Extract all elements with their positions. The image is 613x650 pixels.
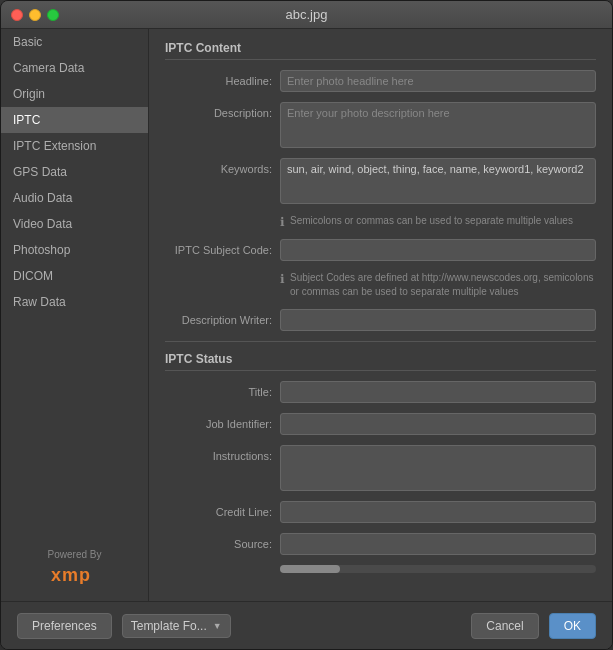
description-writer-row: Description Writer: [165, 309, 596, 331]
sidebar-item-basic[interactable]: Basic [1, 29, 148, 55]
source-row: Source: [165, 533, 596, 555]
source-input[interactable] [280, 533, 596, 555]
sidebar-item-camera-data[interactable]: Camera Data [1, 55, 148, 81]
subject-code-row: IPTC Subject Code: [165, 239, 596, 261]
credit-line-row: Credit Line: [165, 501, 596, 523]
instructions-label: Instructions: [165, 445, 280, 462]
scroll-thumb [280, 565, 340, 573]
sidebar-footer: Powered By xmp [1, 537, 148, 601]
source-label: Source: [165, 533, 280, 550]
instructions-row: Instructions: [165, 445, 596, 491]
title-input[interactable] [280, 381, 596, 403]
description-input[interactable] [280, 102, 596, 148]
ok-button[interactable]: OK [549, 613, 596, 639]
main-layout: Basic Camera Data Origin IPTC IPTC Exten… [1, 29, 612, 601]
sidebar-item-iptc[interactable]: IPTC [1, 107, 148, 133]
content-area: IPTC Content Headline: Description: Keyw… [149, 29, 612, 601]
section-divider [165, 341, 596, 342]
sidebar-item-raw-data[interactable]: Raw Data [1, 289, 148, 315]
headline-label: Headline: [165, 70, 280, 87]
main-window: abc.jpg Basic Camera Data Origin IPTC IP… [0, 0, 613, 650]
xmp-logo: xmp [51, 564, 99, 589]
description-label: Description: [165, 102, 280, 119]
traffic-lights [11, 9, 59, 21]
credit-line-label: Credit Line: [165, 501, 280, 518]
keywords-info-text: Semicolons or commas can be used to sepa… [290, 214, 573, 228]
sidebar-item-gps-data[interactable]: GPS Data [1, 159, 148, 185]
powered-by-label: Powered By [48, 549, 102, 560]
headline-row: Headline: [165, 70, 596, 92]
sidebar-item-iptc-extension[interactable]: IPTC Extension [1, 133, 148, 159]
minimize-button[interactable] [29, 9, 41, 21]
window-title: abc.jpg [286, 7, 328, 22]
close-button[interactable] [11, 9, 23, 21]
description-writer-input[interactable] [280, 309, 596, 331]
iptc-content-header: IPTC Content [165, 41, 596, 60]
sidebar-item-origin[interactable]: Origin [1, 81, 148, 107]
job-identifier-row: Job Identifier: [165, 413, 596, 435]
sidebar-item-audio-data[interactable]: Audio Data [1, 185, 148, 211]
keywords-input[interactable]: sun, air, wind, object, thing, face, nam… [280, 158, 596, 204]
cancel-button[interactable]: Cancel [471, 613, 538, 639]
subject-code-info-icon: ℹ [280, 272, 285, 286]
bottom-bar: Preferences Template Fo... ▼ Cancel OK [1, 601, 612, 649]
subject-code-info-row: ℹ Subject Codes are defined at http://ww… [280, 271, 596, 299]
iptc-status-header: IPTC Status [165, 352, 596, 371]
svg-text:xmp: xmp [51, 565, 91, 584]
keywords-info-row: ℹ Semicolons or commas can be used to se… [280, 214, 596, 229]
preferences-button[interactable]: Preferences [17, 613, 112, 639]
title-row: Title: [165, 381, 596, 403]
description-writer-label: Description Writer: [165, 309, 280, 326]
maximize-button[interactable] [47, 9, 59, 21]
subject-code-info-text: Subject Codes are defined at http://www.… [290, 271, 596, 299]
template-label: Template Fo... [131, 619, 207, 633]
title-bar: abc.jpg [1, 1, 612, 29]
template-dropdown[interactable]: Template Fo... ▼ [122, 614, 231, 638]
headline-input[interactable] [280, 70, 596, 92]
sidebar: Basic Camera Data Origin IPTC IPTC Exten… [1, 29, 149, 601]
keywords-label: Keywords: [165, 158, 280, 175]
title-label: Title: [165, 381, 280, 398]
job-identifier-label: Job Identifier: [165, 413, 280, 430]
sidebar-item-dicom[interactable]: DICOM [1, 263, 148, 289]
subject-code-input[interactable] [280, 239, 596, 261]
instructions-input[interactable] [280, 445, 596, 491]
sidebar-item-photoshop[interactable]: Photoshop [1, 237, 148, 263]
subject-code-label: IPTC Subject Code: [165, 239, 280, 256]
keywords-row: Keywords: sun, air, wind, object, thing,… [165, 158, 596, 204]
description-row: Description: [165, 102, 596, 148]
job-identifier-input[interactable] [280, 413, 596, 435]
credit-line-input[interactable] [280, 501, 596, 523]
info-icon: ℹ [280, 215, 285, 229]
scroll-indicator[interactable] [280, 565, 596, 573]
sidebar-item-video-data[interactable]: Video Data [1, 211, 148, 237]
chevron-down-icon: ▼ [213, 621, 222, 631]
